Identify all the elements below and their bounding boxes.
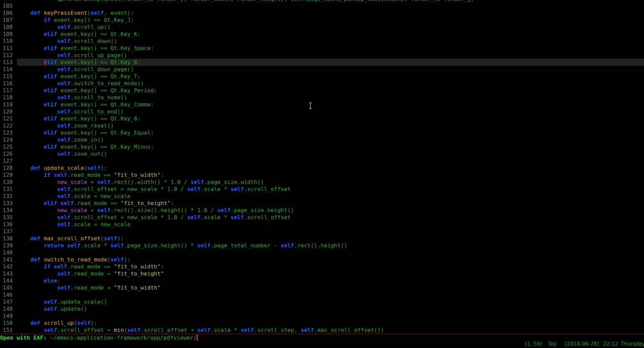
code-line-128[interactable]: 128 def update_scale(self): [0,164,644,171]
code-text[interactable]: self.update_scale() [17,298,644,305]
code-text[interactable]: self.scroll_offset = min(self.scroll_off… [17,327,644,334]
code-text[interactable]: elif event.key() == Qt.Key_K: [17,31,644,38]
code-text[interactable]: def scroll_up(self): [17,319,644,327]
code-text[interactable]: self.scroll_up() [17,23,644,31]
code-line-118[interactable]: 118 self.scroll_to_home() [0,94,644,101]
code-text[interactable]: self.zoom_out() [17,150,644,157]
code-line-115[interactable]: 115 elif event.key() == Qt.Key_T: [0,73,644,80]
code-line-116[interactable]: 116 self.switch_to_read_mode() [0,80,644,87]
code-line-121[interactable]: 121 elif event.key() == Qt.Key_0: [0,115,644,122]
code-line-138[interactable]: 138 def max_scroll_offset(self): [0,235,644,242]
code-line-127[interactable]: 127 [0,157,644,164]
code-text[interactable]: elif event.key() == Qt.Key_Period: [17,87,644,94]
code-line-150[interactable]: 150 def scroll_up(self): [0,319,644,327]
code-text[interactable]: def update_scale(self): [17,164,644,171]
code-text[interactable]: return self.scale * self.page_size.heigh… [17,242,644,249]
code-line-125[interactable]: 125 elif event.key() == Qt.Key_Minus: [0,143,644,150]
minibuffer-prompt-row[interactable]: Open with EAF: ~/emacs-application-frame… [0,334,644,341]
code-line-124[interactable]: 124 self.zoom_in() [0,136,644,143]
code-line-126[interactable]: 126 self.zoom_out() [0,150,644,157]
code-text[interactable]: elif event.key() == Qt.Key_T: [17,73,644,80]
code-text[interactable]: self.scroll_down() [17,38,644,45]
code-line-151[interactable]: 151 self.scroll_offset = min(self.scroll… [0,327,644,334]
code-text[interactable]: self.scroll_down_page() [17,66,644,73]
code-line-142[interactable]: 142 if self.read_mode == "fit_to_width": [0,263,644,270]
code-text[interactable]: self.scale = new_scale [17,221,644,228]
code-line-144[interactable]: 144 else: [0,277,644,284]
code-line-123[interactable]: 123 elif event.key() == Qt.Key_Equal: [0,129,644,136]
line-number: 116 [0,80,17,87]
code-text[interactable]: self.read_mode = "fit_to_width" [17,284,644,291]
code-text[interactable]: elif event.key() == Qt.Key_Minus: [17,143,644,150]
code-line-111[interactable]: 111 elif event.key() == Qt.Key_Space: [0,45,644,52]
code-line-134[interactable]: 134 new_scale = self.rect().size().heigh… [0,207,644,214]
code-line-109[interactable]: 109 elif event.key() == Qt.Key_K: [0,31,644,38]
code-text[interactable]: if self.read_mode == "fit_to_width": [17,171,644,179]
code-text[interactable]: def keyPressEvent(self, event): [17,9,644,16]
code-line-135[interactable]: 135 self.scroll_offset = new_scale * 1.0… [0,214,644,221]
code-text[interactable] [17,312,644,319]
code-line-131[interactable]: 131 self.scroll_offset = new_scale * 1.0… [0,186,644,193]
code-line-122[interactable]: 122 self.zoom_reset() [0,122,644,129]
code-text[interactable]: def switch_to_read_mode(self): [17,256,644,263]
code-text[interactable]: elif self.read_mode == "fit_to_height": [17,200,644,207]
code-text[interactable]: self.scroll_to_home() [17,94,644,101]
code-line-105[interactable]: 105 [0,2,644,9]
code-text[interactable]: self.scale = new_scale [17,193,644,200]
code-line-106[interactable]: 106 def keyPressEvent(self, event): [0,9,644,16]
code-text[interactable] [17,157,644,164]
code-line-113[interactable]: 113 elif event.key() == Qt.Key_B: [0,59,644,66]
code-line-149[interactable]: 149 [0,312,644,319]
code-line-146[interactable]: 146 [0,291,644,298]
code-line-136[interactable]: 136 self.scale = new_scale [0,221,644,228]
code-text[interactable]: self.scroll_offset = new_scale * 1.0 / s… [17,186,644,193]
code-text[interactable]: self.scroll_to_end() [17,108,644,115]
code-text[interactable]: elif event.key() == Qt.Key_Space: [17,45,644,52]
code-line-132[interactable]: 132 self.scale = new_scale [0,193,644,200]
code-text[interactable]: elif event.key() == Qt.Key_Comma: [17,101,644,108]
code-text[interactable]: self.zoom_reset() [17,122,644,129]
code-text[interactable]: self.zoom_in() [17,136,644,143]
code-text[interactable] [17,249,644,256]
code-line-110[interactable]: 110 self.scroll_down() [0,38,644,45]
minibuffer-prompt: Open with EAF: [0,335,50,341]
code-text[interactable]: elif event.key() == Qt.Key_B: [17,59,644,66]
code-text[interactable]: elif event.key() == Qt.Key_Equal: [17,129,644,136]
code-text[interactable]: new_scale = self.rect().width() * 1.0 / … [17,179,644,186]
code-text[interactable]: new_scale = self.rect().size().height() … [17,207,644,214]
code-line-139[interactable]: 139 return self.scale * self.page_size.h… [0,242,644,249]
code-line-145[interactable]: 145 self.read_mode = "fit_to_width" [0,284,644,291]
code-text[interactable]: if self.read_mode == "fit_to_width": [17,263,644,270]
code-text[interactable] [17,291,644,298]
code-line-108[interactable]: 108 self.scroll_up() [0,23,644,31]
code-text[interactable]: self.read_mode = "fit_to_height" [17,270,644,277]
code-text[interactable]: else: [17,277,644,284]
code-text[interactable]: self.update() [17,305,644,312]
code-text[interactable]: elif event.key() == Qt.Key_0: [17,115,644,122]
code-line-141[interactable]: 141 def switch_to_read_mode(self): [0,256,644,263]
code-line-143[interactable]: 143 self.read_mode = "fit_to_height" [0,270,644,277]
code-line-130[interactable]: 130 new_scale = self.rect().width() * 1.… [0,179,644,186]
code-editor[interactable]: qp.drawPixmap(QRect(render_x, render_y, … [0,0,644,334]
code-line-117[interactable]: 117 elif event.key() == Qt.Key_Period: [0,87,644,94]
code-line-137[interactable]: 137 [0,228,644,235]
code-line-147[interactable]: 147 self.update_scale() [0,298,644,305]
code-line-140[interactable]: 140 [0,249,644,256]
code-text[interactable]: self.scroll_offset = new_scale * 1.0 / s… [17,214,644,221]
code-line-148[interactable]: 148 self.update() [0,305,644,312]
code-line-114[interactable]: 114 self.scroll_down_page() [0,66,644,73]
code-line-112[interactable]: 112 self.scroll_up_page() [0,52,644,59]
code-text[interactable] [17,228,644,235]
code-text[interactable]: self.switch_to_read_mode() [17,80,644,87]
code-text[interactable]: if event.key() == Qt.Key_J: [17,16,644,23]
code-line-133[interactable]: 133 elif self.read_mode == "fit_to_heigh… [0,200,644,207]
code-line-119[interactable]: 119 elif event.key() == Qt.Key_Comma: [0,101,644,108]
code-text[interactable] [17,2,644,9]
minibuffer-input[interactable]: ~/emacs-application-framework/app/pdfvie… [50,335,197,341]
code-text[interactable]: def max_scroll_offset(self): [17,235,644,242]
minibuffer[interactable]: Open with EAF: ~/emacs-application-frame… [0,334,644,348]
code-text[interactable]: self.scroll_up_page() [17,52,644,59]
code-line-107[interactable]: 107 if event.key() == Qt.Key_J: [0,16,644,23]
code-line-120[interactable]: 120 self.scroll_to_end() [0,108,644,115]
code-line-129[interactable]: 129 if self.read_mode == "fit_to_width": [0,171,644,179]
